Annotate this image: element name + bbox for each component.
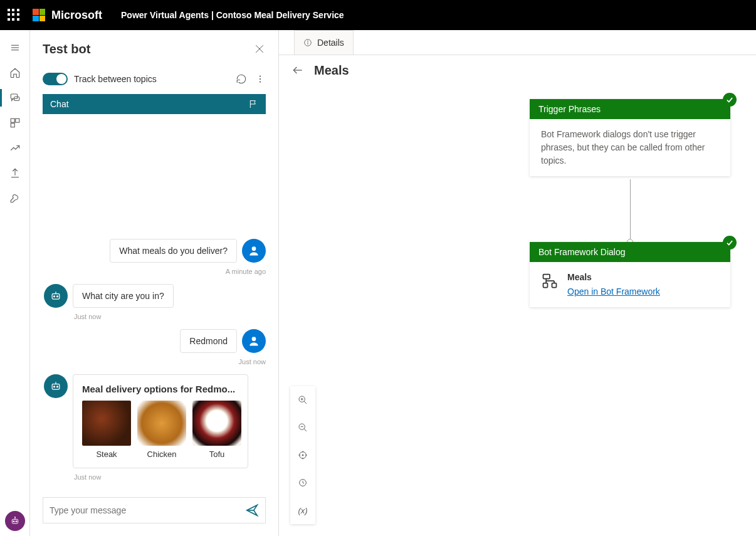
app-header: Microsoft Power Virtual Agents | Contoso…: [0, 0, 756, 30]
app-title: Power Virtual Agents | Contoso Meal Deli…: [121, 10, 344, 20]
microsoft-logo-text: Microsoft: [51, 9, 102, 22]
microsoft-logo: Microsoft: [33, 9, 102, 22]
microsoft-logo-icon: [33, 9, 45, 21]
app-launcher-icon[interactable]: [8, 9, 20, 21]
